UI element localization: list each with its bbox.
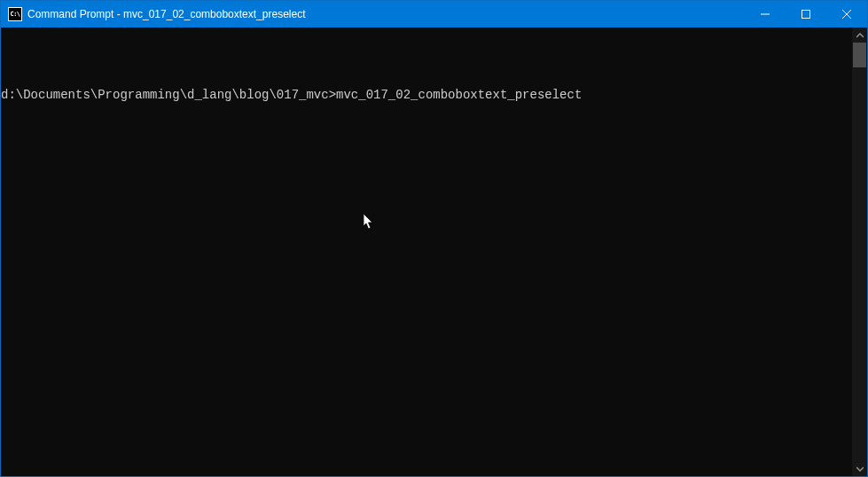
- svg-rect-1: [802, 11, 810, 19]
- window: C:\ Command Prompt - mvc_017_02_combobox…: [0, 0, 868, 477]
- close-icon: [842, 10, 851, 19]
- vertical-scrollbar[interactable]: [852, 27, 867, 476]
- maximize-button[interactable]: [786, 1, 826, 27]
- scroll-down-button[interactable]: [852, 461, 867, 476]
- scrollbar-thumb[interactable]: [853, 43, 866, 67]
- chevron-down-icon: [856, 465, 864, 473]
- app-icon-text: C:\: [10, 11, 20, 18]
- app-icon[interactable]: C:\: [8, 7, 22, 21]
- window-controls: [745, 1, 867, 27]
- titlebar[interactable]: C:\ Command Prompt - mvc_017_02_combobox…: [1, 1, 867, 27]
- maximize-icon: [802, 10, 810, 19]
- minimize-button[interactable]: [745, 1, 786, 27]
- close-button[interactable]: [826, 1, 867, 27]
- console-prompt-line: d:\Documents\Programming\d_lang\blog\017…: [1, 88, 852, 103]
- client-area: d:\Documents\Programming\d_lang\blog\017…: [1, 27, 867, 476]
- console-output[interactable]: d:\Documents\Programming\d_lang\blog\017…: [1, 27, 852, 476]
- chevron-up-icon: [856, 32, 864, 39]
- scroll-up-button[interactable]: [852, 27, 867, 43]
- window-title: Command Prompt - mvc_017_02_comboboxtext…: [27, 8, 745, 20]
- minimize-icon: [761, 10, 770, 19]
